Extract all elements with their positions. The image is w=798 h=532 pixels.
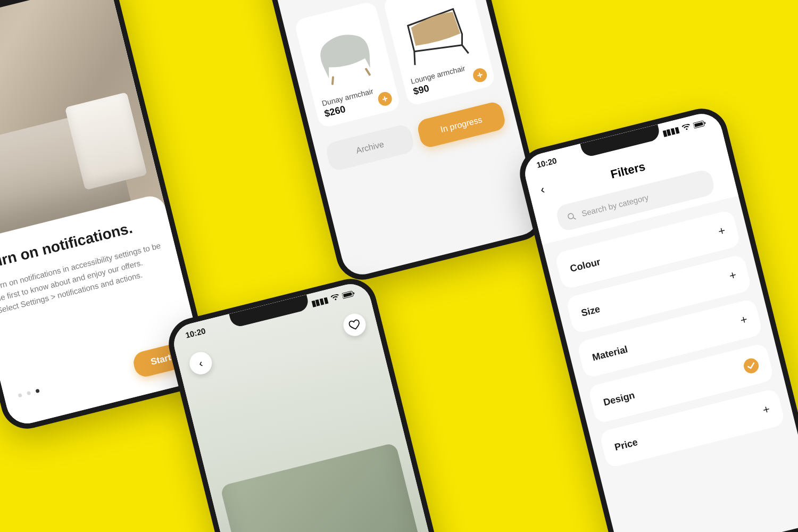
filter-list: Colour + Size + Material + Design Price … bbox=[542, 196, 797, 482]
dot bbox=[18, 393, 22, 397]
heart-icon bbox=[347, 318, 361, 331]
svg-rect-10 bbox=[704, 121, 705, 123]
filter-label: Material bbox=[591, 344, 629, 363]
product-card[interactable]: Lounge armchair $90 + bbox=[383, 0, 496, 106]
svg-line-4 bbox=[462, 44, 469, 54]
wifi-icon bbox=[330, 293, 340, 303]
onboarding-sheet: Turn on notifications. Turn on notificat… bbox=[0, 193, 208, 428]
search-placeholder: Search by category bbox=[580, 193, 650, 218]
plus-icon: + bbox=[761, 402, 771, 417]
catalog-screen: Rocking armchair $330 + Dunay armchair $… bbox=[238, 0, 550, 285]
filter-label: Design bbox=[602, 389, 636, 408]
chevron-left-icon: ‹ bbox=[197, 357, 204, 370]
plus-icon: + bbox=[381, 93, 389, 105]
product-thumb bbox=[392, 0, 480, 72]
plus-icon: + bbox=[739, 312, 749, 327]
svg-point-11 bbox=[568, 213, 574, 219]
plus-icon: + bbox=[728, 268, 738, 283]
dot-active bbox=[35, 389, 39, 393]
product-card[interactable]: Dunay armchair $260 + bbox=[294, 1, 401, 129]
filter-label: Colour bbox=[569, 256, 601, 274]
page-dots[interactable] bbox=[18, 389, 39, 398]
filter-label: Price bbox=[613, 436, 639, 453]
favorite-button[interactable] bbox=[341, 311, 368, 338]
wifi-icon bbox=[681, 122, 692, 133]
dot bbox=[27, 391, 31, 395]
product-detail-screen: 10:20 ▮▮▮▮ ‹ Monay armchair $290 Detail bbox=[163, 273, 475, 532]
svg-rect-7 bbox=[353, 292, 354, 294]
plus-icon: + bbox=[476, 69, 484, 81]
back-button[interactable]: ‹ bbox=[187, 350, 214, 377]
product-hero-image: ‹ bbox=[170, 280, 435, 532]
svg-line-12 bbox=[573, 217, 576, 220]
search-icon bbox=[566, 211, 576, 221]
check-icon bbox=[742, 357, 760, 375]
filters-screen: 10:20 ▮▮▮▮ ‹ Filters Search by category … bbox=[514, 103, 798, 532]
svg-line-3 bbox=[412, 52, 418, 65]
filter-label: Size bbox=[580, 303, 601, 319]
product-thumb bbox=[303, 11, 386, 94]
plus-icon: + bbox=[717, 223, 727, 238]
